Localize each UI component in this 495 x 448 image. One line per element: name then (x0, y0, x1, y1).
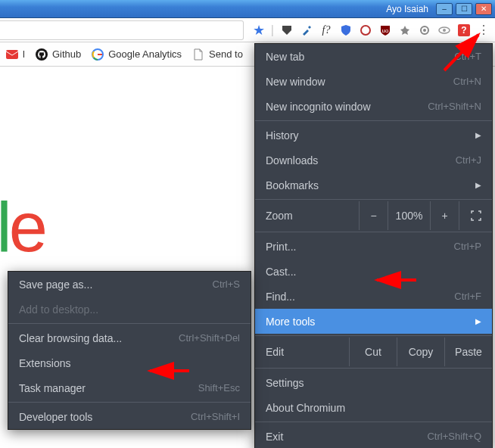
zoom-in-button[interactable]: + (430, 201, 459, 230)
submenu-devtools[interactable]: Developer toolsCtrl+Shift+I (8, 404, 251, 429)
menu-label: History (266, 129, 299, 142)
svg-text:uo: uo (382, 27, 389, 34)
menu-label: Downloads (266, 154, 318, 166)
bookmark-label: Google Analytics (108, 48, 182, 60)
menu-separator (8, 402, 251, 403)
pin-icon[interactable] (398, 23, 412, 37)
menu-downloads[interactable]: DownloadsCtrl+J (255, 148, 492, 173)
shortcut: Ctrl+Shift+Del (179, 332, 240, 344)
fullscreen-icon (471, 210, 481, 221)
menu-new-tab[interactable]: New tabCtrl+T (255, 44, 492, 69)
google-g-icon (92, 48, 104, 61)
bookmark-sendto[interactable]: Send to (192, 48, 243, 61)
menu-label: Extensions (19, 357, 70, 369)
record-icon[interactable] (359, 23, 372, 37)
logo-letter: l (0, 188, 9, 266)
profile-name[interactable]: Ayo Isaiah (381, 4, 433, 14)
bookmark-star-icon[interactable]: ★ (253, 22, 265, 39)
menu-edit-row: Edit Cut Copy Paste (255, 338, 492, 366)
menu-about[interactable]: About Chromium (255, 395, 492, 420)
menu-label: About Chromium (266, 402, 345, 414)
eye-icon[interactable] (437, 23, 451, 37)
menu-separator (255, 120, 492, 121)
menu-exit[interactable]: ExitCtrl+Shift+Q (255, 424, 492, 448)
edit-copy-button[interactable]: Copy (397, 338, 444, 366)
shortcut: Ctrl+J (456, 154, 481, 166)
menu-bookmarks[interactable]: Bookmarks▶ (255, 173, 492, 198)
menu-separator (255, 199, 492, 200)
menu-label: Task manager (19, 382, 86, 394)
shield-icon[interactable] (339, 23, 353, 37)
menu-label: Add to desktop... (19, 303, 98, 316)
shortcut: Ctrl+S (213, 278, 240, 290)
chevron-right-icon: ▶ (475, 317, 481, 325)
menu-label: New tab (266, 51, 304, 63)
submenu-save-page[interactable]: Save page as...Ctrl+S (8, 272, 251, 297)
edit-cut-button[interactable]: Cut (349, 338, 397, 366)
github-icon (36, 48, 48, 61)
close-window-button[interactable]: ✕ (475, 3, 492, 15)
menu-find[interactable]: Find...Ctrl+F (255, 284, 492, 309)
svg-rect-8 (6, 50, 18, 59)
svg-point-0 (361, 26, 370, 35)
submenu-extensions[interactable]: Extensions (8, 350, 251, 375)
menu-label: Bookmarks (266, 179, 319, 191)
edit-paste-button[interactable]: Paste (444, 338, 492, 366)
menu-separator (8, 323, 251, 324)
font-question-icon[interactable]: f? (319, 23, 333, 37)
menu-cast[interactable]: Cast... (255, 259, 492, 284)
zoom-out-button[interactable]: − (359, 201, 388, 230)
bookmark-label: Github (52, 48, 81, 60)
shortcut: Ctrl+N (453, 76, 481, 87)
ublock-icon[interactable]: uo (378, 23, 392, 37)
gear-icon[interactable] (418, 23, 431, 37)
window-titlebar: Ayo Isaiah – ☐ ✕ (0, 0, 495, 18)
svg-text:?: ? (461, 25, 466, 36)
menu-label: Exit (266, 431, 283, 443)
menu-history[interactable]: History▶ (255, 123, 492, 148)
eyedropper-icon[interactable] (300, 23, 313, 37)
menu-label: Print... (266, 241, 296, 253)
bookmark-github[interactable]: Github (36, 48, 81, 61)
maximize-button[interactable]: ☐ (456, 3, 472, 15)
zoom-level: 100% (388, 201, 430, 230)
menu-incognito[interactable]: New incognito windowCtrl+Shift+N (255, 94, 492, 119)
chrome-main-menu: New tabCtrl+T New windowCtrl+N New incog… (254, 43, 493, 448)
menu-separator (255, 422, 492, 422)
menu-label: Zoom (255, 210, 359, 222)
address-bar[interactable] (0, 20, 244, 40)
submenu-add-desktop[interactable]: Add to desktop... (8, 297, 251, 322)
menu-more-tools[interactable]: More tools▶ (255, 309, 492, 334)
menu-label: Clear browsing data... (19, 332, 122, 344)
google-logo: gle (0, 188, 45, 267)
bookmark-mail[interactable]: l (6, 48, 25, 61)
help-icon[interactable]: ? (457, 23, 471, 37)
svg-point-3 (423, 29, 426, 32)
menu-label: Save page as... (19, 278, 92, 291)
logo-letter: e (9, 188, 45, 266)
menu-print[interactable]: Print...Ctrl+P (255, 234, 492, 259)
shortcut: Ctrl+Shift+N (428, 101, 481, 112)
menu-label: Edit (255, 338, 349, 366)
browser-toolbar: ★ | f? uo ? ⋮ (0, 18, 495, 42)
menu-new-window[interactable]: New windowCtrl+N (255, 69, 492, 94)
submenu-task-manager[interactable]: Task managerShift+Esc (8, 375, 251, 400)
shortcut: Ctrl+P (454, 241, 481, 252)
menu-label: Find... (266, 291, 295, 303)
menu-label: Developer tools (19, 411, 92, 423)
bookmark-analytics[interactable]: Google Analytics (92, 48, 182, 61)
menu-settings[interactable]: Settings (255, 370, 492, 395)
page-icon (192, 48, 204, 61)
submenu-clear-data[interactable]: Clear browsing data...Ctrl+Shift+Del (8, 325, 251, 350)
chevron-right-icon: ▶ (475, 131, 481, 139)
fullscreen-button[interactable] (459, 201, 492, 230)
mail-icon (6, 48, 18, 61)
menu-label: Settings (266, 377, 304, 389)
menu-label: New incognito window (266, 101, 371, 113)
shortcut: Ctrl+F (454, 291, 481, 302)
shortcut: Shift+Esc (198, 382, 240, 394)
minimize-button[interactable]: – (436, 3, 453, 15)
bookmark-label: l (23, 48, 25, 60)
chrome-menu-button[interactable]: ⋮ (477, 23, 490, 37)
pocket-icon[interactable] (280, 23, 294, 37)
